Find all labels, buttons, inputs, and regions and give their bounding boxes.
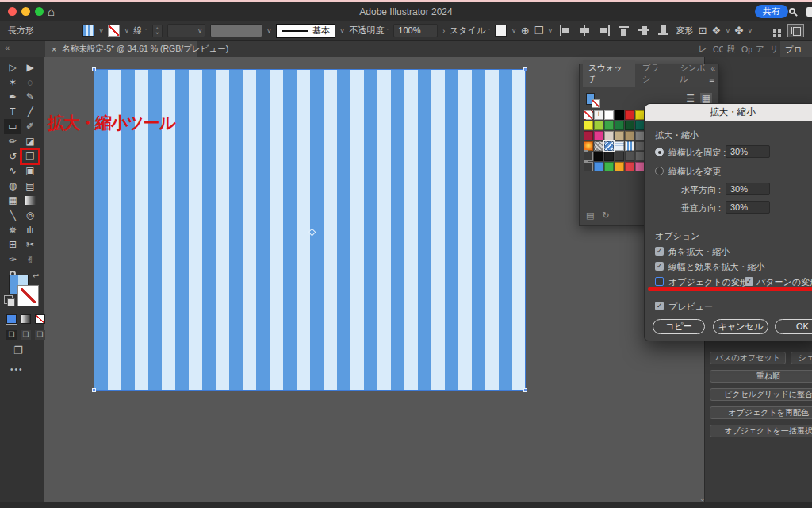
align-top-icon[interactable] [619, 25, 630, 36]
rectangle-tool-icon[interactable]: ▭ [4, 119, 21, 134]
swatch-F0EB31[interactable] [584, 121, 593, 130]
uniform-scale-field[interactable]: 30% [726, 145, 770, 158]
close-tab-icon[interactable]: × [52, 44, 56, 54]
swap-fill-stroke-icon[interactable]: ↩ [33, 271, 39, 280]
selection-tool-icon[interactable]: ▷ [4, 60, 21, 75]
blend-tool-icon[interactable]: ◎ [21, 208, 39, 223]
copy-button[interactable]: コピー [653, 319, 705, 334]
extra-options-caret-icon[interactable]: ˅ [748, 27, 752, 35]
align-middle-icon[interactable] [638, 25, 650, 36]
select-similar-caret-icon[interactable]: ˅ [726, 27, 730, 35]
swatch-libraries-icon[interactable]: ▤ [586, 210, 602, 220]
perspective-grid-tool-icon[interactable]: ▤ [21, 179, 39, 194]
fill-color-swatch[interactable] [82, 25, 94, 37]
type-tool-icon[interactable]: T [4, 105, 21, 120]
selection-handle-top-left[interactable] [92, 67, 96, 71]
transform-button[interactable]: 変形 [676, 25, 694, 37]
stroke-weight-dropdown[interactable]: ˅ [167, 24, 205, 37]
brush-caret-icon[interactable]: ˅ [340, 27, 344, 35]
collapse-toolbar-icon[interactable]: « [5, 43, 10, 52]
swatch-pat-stripe[interactable] [625, 141, 634, 151]
gradient-tool-icon[interactable] [21, 193, 39, 208]
gradient-button[interactable] [21, 314, 31, 324]
scale-tool-icon[interactable]: ❐ [21, 149, 39, 164]
swatch-D9CFC5[interactable] [604, 131, 614, 140]
ok-button[interactable]: OK [775, 319, 812, 334]
swatch-0A0A0A[interactable] [594, 152, 603, 161]
brush-definition-dropdown[interactable]: 基本 [276, 24, 335, 38]
transform-patterns-label[interactable]: パターンの変形 [756, 276, 812, 288]
fill-caret-icon[interactable]: ˅ [99, 27, 103, 35]
shape-button[interactable]: シェイプ [791, 352, 812, 364]
opacity-field[interactable]: 100% [393, 24, 438, 37]
default-fill-stroke-icon[interactable] [4, 295, 13, 304]
transform-patterns-checkbox[interactable]: ✓ [745, 277, 753, 286]
align-center-icon[interactable] [579, 25, 591, 36]
mini-stroke-indicator[interactable] [592, 99, 600, 108]
swatch-E23A8E[interactable] [594, 131, 603, 140]
tab-opentype[interactable]: Op [737, 44, 752, 54]
artboard-tool-icon[interactable]: ⊞ [4, 237, 21, 252]
symbol-sprayer-tool-icon[interactable]: ✵ [4, 223, 21, 238]
stroke-color-swatch[interactable] [108, 25, 120, 37]
opacity-chevron-icon[interactable]: › [442, 27, 445, 35]
non-uniform-radio[interactable] [655, 167, 664, 175]
share-button[interactable]: 共有 [755, 5, 788, 18]
edit-toolbar-icon[interactable]: ••• [10, 365, 24, 374]
selection-handle-bottom-left[interactable] [92, 388, 96, 392]
selection-handle-bottom-right[interactable] [523, 388, 527, 392]
expand-icon[interactable]: ⊡ [699, 25, 707, 37]
graph-tool-icon[interactable]: ılı [21, 223, 39, 238]
eraser-tool-icon[interactable]: ◪ [21, 134, 39, 149]
search-icon[interactable] [789, 8, 795, 14]
swatch-000000[interactable] [615, 110, 624, 120]
transform-reference-point[interactable] [308, 229, 316, 237]
direct-selection-tool-icon[interactable]: ▶ [21, 60, 39, 75]
lasso-tool-icon[interactable]: ◌ [21, 75, 39, 90]
paintbrush-tool-icon[interactable]: ✐ [21, 119, 39, 134]
transform-objects-checkbox[interactable] [655, 277, 664, 286]
swatch-pat-gray[interactable] [594, 141, 603, 151]
cancel-button[interactable]: キャンセル [713, 319, 768, 334]
horizontal-scale-field[interactable]: 30% [726, 183, 770, 195]
scale-strokes-checkbox[interactable]: ✓ [655, 262, 664, 271]
swatch-C2AD86[interactable] [615, 131, 624, 140]
mesh-tool-icon[interactable]: ▦ [4, 193, 21, 208]
profile-caret-icon[interactable]: ˅ [267, 27, 271, 35]
stroke-weight-stepper[interactable]: ˄˅ [152, 25, 163, 37]
extra-options-icon[interactable]: ✤ [734, 25, 743, 37]
transform-objects-label[interactable]: オブジェクトの変形 [668, 276, 749, 288]
swatch-folder[interactable] [584, 162, 593, 171]
draw-normal-icon[interactable]: ❏ [6, 330, 17, 340]
tab-appearance[interactable]: ア [752, 44, 766, 55]
tab-swatches[interactable]: スウォッチ [583, 60, 635, 87]
color-button[interactable] [6, 314, 17, 324]
stroke-caret-icon[interactable]: ˅ [124, 27, 128, 35]
hand-tool-icon[interactable]: ✌ [21, 252, 39, 267]
rotate-tool-icon[interactable]: ↺ [4, 149, 21, 164]
swatch-B0976B[interactable] [625, 131, 634, 140]
slice-tool-icon[interactable]: ✂ [21, 237, 39, 252]
pen-tool-icon[interactable]: ✒ [4, 90, 21, 105]
globe-icon[interactable]: ⊕ [521, 25, 530, 37]
swatch-4A90E2[interactable] [594, 162, 603, 171]
width-profile-dropdown[interactable] [210, 24, 262, 37]
uniform-radio[interactable] [655, 148, 664, 156]
offset-path-button[interactable]: パスのオフセット [710, 352, 786, 364]
style-swatch[interactable] [495, 25, 507, 37]
knife-tool-icon[interactable]: ✑ [4, 252, 21, 267]
swatch-DF2727[interactable] [625, 110, 634, 120]
curvature-tool-icon[interactable]: ✎ [21, 90, 39, 105]
document-tab[interactable]: × 名称未設定-5* @ 34.61 % (RGB/プレビュー) [45, 41, 197, 57]
screen-mode-icon[interactable]: ❐ [13, 344, 23, 356]
stroke-indicator[interactable] [18, 286, 38, 306]
tab-links[interactable]: リ [766, 44, 780, 55]
shape-builder-tool-icon[interactable]: ◍ [4, 179, 21, 194]
scale-corners-label[interactable]: 角を拡大・縮小 [668, 246, 730, 258]
tab-cc-libraries[interactable]: CC [709, 44, 723, 54]
swatch-pat-light[interactable] [615, 141, 624, 151]
line-tool-icon[interactable]: ╱ [21, 105, 39, 120]
scale-corners-checkbox[interactable]: ✓ [655, 247, 664, 256]
swatch-pat-blue-sel[interactable] [604, 141, 614, 151]
swatch-options-icon[interactable]: ↻ [602, 210, 617, 220]
